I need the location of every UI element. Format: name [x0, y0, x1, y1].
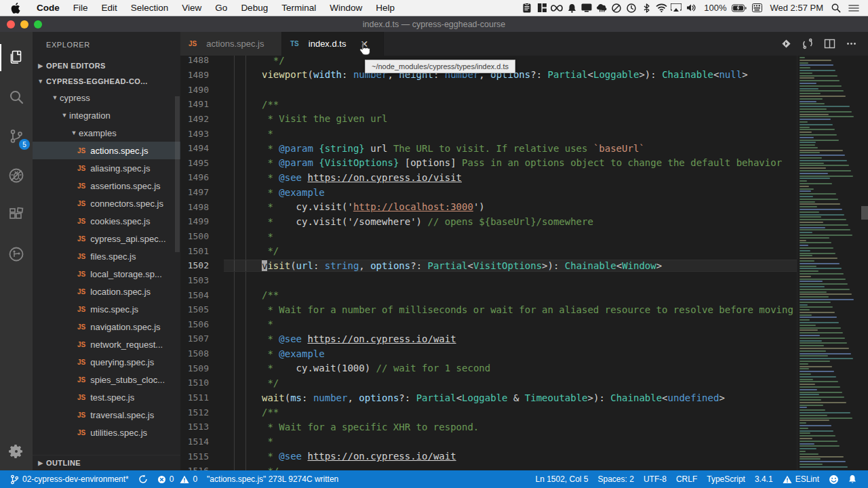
- menu-item-debug[interactable]: Debug: [234, 3, 275, 13]
- wifi-icon[interactable]: [654, 3, 669, 14]
- file-location-spec-js[interactable]: JSlocation.spec.js: [33, 283, 180, 300]
- indentation[interactable]: Spaces: 2: [593, 474, 639, 484]
- code-editor[interactable]: 1488 */1489viewport(width: number, heigh…: [180, 56, 868, 470]
- menu-item-file[interactable]: File: [66, 3, 95, 13]
- code-line-1509[interactable]: 1509 * cy.wait(1000) // wait for 1 secon…: [180, 361, 797, 375]
- display-icon[interactable]: [579, 3, 594, 14]
- file-utilities-spec-js[interactable]: JSutilities.spec.js: [33, 424, 180, 441]
- maximize-window-button[interactable]: [34, 20, 42, 28]
- menu-item-selection[interactable]: Selection: [124, 3, 176, 13]
- volume-icon[interactable]: [684, 3, 698, 14]
- code-line-1515[interactable]: 1515 * @see https://on.cypress.io/wait: [180, 449, 797, 464]
- feedback-smiley[interactable]: [824, 474, 844, 485]
- eslint-status[interactable]: ESLint: [778, 474, 824, 484]
- live-share-activity-icon[interactable]: [0, 238, 33, 270]
- time-machine-icon[interactable]: [624, 3, 639, 14]
- source-control-activity-icon[interactable]: 5: [0, 120, 33, 152]
- code-line-1491[interactable]: 1491/**: [180, 97, 797, 112]
- extensions-activity-icon[interactable]: [0, 199, 33, 231]
- file-traversal-spec-js[interactable]: JStraversal.spec.js: [33, 406, 180, 424]
- sync-status[interactable]: [134, 470, 153, 488]
- file-assertions-spec-js[interactable]: JSassertions.spec.js: [33, 177, 180, 195]
- infinity-icon[interactable]: [549, 3, 564, 14]
- encoding[interactable]: UTF-8: [639, 474, 671, 484]
- explorer-activity-icon[interactable]: [0, 41, 33, 74]
- minimize-window-button[interactable]: [20, 20, 28, 28]
- split-editor-icon[interactable]: [822, 37, 837, 52]
- editor-scrollbar[interactable]: [861, 206, 868, 220]
- notifications-bell[interactable]: [844, 474, 861, 484]
- code-line-1492[interactable]: 1492 * Visit the given url: [180, 112, 797, 127]
- code-line-1501[interactable]: 1501 */: [180, 243, 797, 258]
- tab-actions-spec-js[interactable]: JSactions.spec.js: [180, 32, 282, 56]
- code-line-1495[interactable]: 1495 * @param {VisitOptions} [options] P…: [180, 155, 797, 170]
- do-not-disturb-icon[interactable]: [609, 3, 624, 14]
- file-cypress_api-spec---[interactable]: JScypress_api.spec...: [33, 230, 180, 247]
- cursor-position[interactable]: Ln 1502, Col 5: [530, 474, 593, 484]
- apple-menu-icon[interactable]: [11, 3, 20, 14]
- battery-icon[interactable]: [732, 3, 747, 14]
- code-line-1516[interactable]: 1516 */: [180, 464, 797, 470]
- menubar-clock[interactable]: Wed 2:57 PM: [767, 3, 826, 13]
- synchronize-icon[interactable]: [800, 37, 815, 52]
- search-activity-icon[interactable]: [0, 81, 33, 113]
- window-layout-icon[interactable]: [534, 3, 549, 14]
- workspace-root-section[interactable]: ▼ CYPRESS-EGGHEAD-CO...: [33, 73, 180, 89]
- file-querying-spec-js[interactable]: JSquerying.spec.js: [33, 353, 180, 371]
- debug-activity-icon[interactable]: [0, 159, 33, 192]
- bluetooth-icon[interactable]: [639, 3, 654, 14]
- code-line-1493[interactable]: 1493 *: [180, 126, 797, 141]
- notification-center-icon[interactable]: [846, 3, 861, 14]
- file-navigation-spec-js[interactable]: JSnavigation.spec.js: [33, 318, 180, 336]
- file-test-spec-js[interactable]: JStest.spec.js: [33, 388, 180, 406]
- file-files-spec-js[interactable]: JSfiles.spec.js: [33, 247, 180, 265]
- file-connectors-spec-js[interactable]: JSconnectors.spec.js: [33, 195, 180, 212]
- spotlight-icon[interactable]: [829, 3, 844, 14]
- folder-integration[interactable]: ▼integration: [33, 106, 180, 124]
- menu-item-code[interactable]: Code: [30, 3, 66, 13]
- file-cookies-spec-js[interactable]: JScookies.spec.js: [33, 212, 180, 230]
- more-actions-icon[interactable]: [844, 37, 859, 52]
- open-changes-icon[interactable]: [778, 37, 793, 52]
- code-line-1502[interactable]: 1502visit(url: string, options?: Partial…: [180, 258, 797, 273]
- code-line-1496[interactable]: 1496 * @see https://on.cypress.io/visit: [180, 170, 797, 185]
- bell-icon[interactable]: [564, 3, 579, 14]
- code-line-1505[interactable]: 1505 * Wait for a number of milliseconds…: [180, 302, 797, 317]
- code-line-1514[interactable]: 1514 *: [180, 434, 797, 449]
- file-aliasing-spec-js[interactable]: JSaliasing.spec.js: [33, 159, 180, 177]
- menu-item-terminal[interactable]: Terminal: [275, 3, 323, 13]
- menu-item-go[interactable]: Go: [208, 3, 234, 13]
- code-line-1510[interactable]: 1510 */: [180, 375, 797, 390]
- settings-gear-icon[interactable]: [0, 438, 33, 465]
- folder-examples[interactable]: ▼examples: [33, 124, 180, 142]
- open-editors-section[interactable]: ▶ OPEN EDITORS: [33, 58, 180, 73]
- airplay-icon[interactable]: [669, 3, 684, 14]
- code-line-1497[interactable]: 1497 * @example: [180, 185, 797, 200]
- code-line-1504[interactable]: 1504/**: [180, 287, 797, 302]
- code-line-1499[interactable]: 1499 * cy.visit('/somewhere') // opens $…: [180, 214, 797, 229]
- code-line-1503[interactable]: 1503: [180, 273, 797, 288]
- file-spies_stubs_cloc---[interactable]: JSspies_stubs_cloc...: [33, 371, 180, 388]
- input-source-icon[interactable]: [749, 3, 764, 14]
- file-actions-spec-js[interactable]: JSactions.spec.js: [33, 142, 180, 159]
- language-mode[interactable]: TypeScript: [702, 474, 750, 484]
- code-line-1506[interactable]: 1506 *: [180, 317, 797, 332]
- git-branch-status[interactable]: 02-cypress-dev-environment*: [5, 470, 134, 488]
- menu-item-window[interactable]: Window: [323, 3, 369, 13]
- typescript-version[interactable]: 3.4.1: [750, 474, 778, 484]
- file-misc-spec-js[interactable]: JSmisc.spec.js: [33, 300, 180, 318]
- code-line-1511[interactable]: 1511wait(ms: number, options?: Partial<L…: [180, 390, 797, 405]
- problems-status[interactable]: 00: [153, 470, 202, 488]
- close-window-button[interactable]: [7, 20, 15, 28]
- code-line-1513[interactable]: 1513 * Wait for a specific XHR to respon…: [180, 420, 797, 434]
- code-line-1512[interactable]: 1512/**: [180, 405, 797, 420]
- code-line-1500[interactable]: 1500 *: [180, 229, 797, 244]
- file-network_request---[interactable]: JSnetwork_request...: [33, 336, 180, 353]
- menu-item-help[interactable]: Help: [369, 3, 401, 13]
- sidebar-scrollbar[interactable]: [175, 96, 180, 252]
- eol-sequence[interactable]: CRLF: [671, 474, 702, 484]
- minimap[interactable]: [797, 56, 860, 470]
- vpn-icon[interactable]: [594, 3, 609, 14]
- menu-item-view[interactable]: View: [175, 3, 208, 13]
- code-line-1508[interactable]: 1508 * @example: [180, 346, 797, 361]
